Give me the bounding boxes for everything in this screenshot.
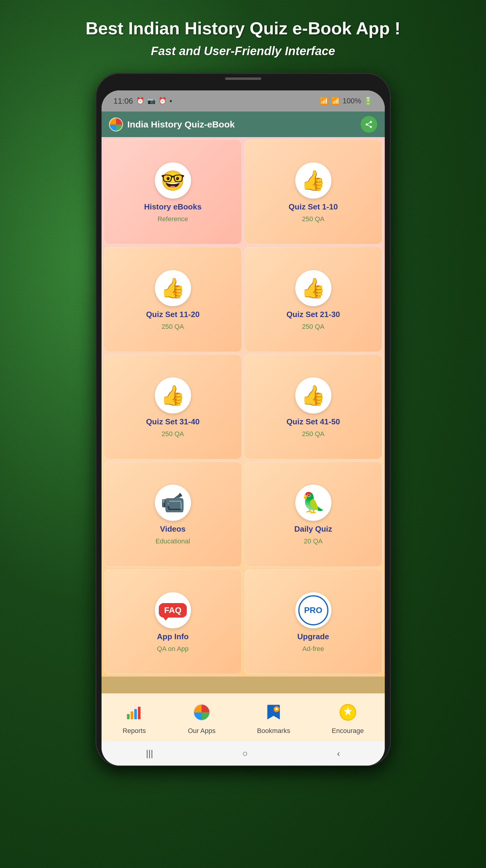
system-nav: ||| ○ ‹ xyxy=(101,741,385,766)
battery-icon: 🔋 xyxy=(364,97,373,105)
home-button[interactable]: ○ xyxy=(242,748,248,758)
quiz-31-40-title: Quiz Set 31-40 xyxy=(146,417,200,427)
quiz-21-30-icon: 👍 xyxy=(295,270,331,306)
nav-our-apps[interactable]: Our Apps xyxy=(188,701,216,735)
svg-rect-3 xyxy=(138,707,141,719)
upgrade-subtitle: Ad-free xyxy=(302,645,324,653)
quiz-41-50-title: Quiz Set 41-50 xyxy=(287,417,340,427)
signal-icon: 📶 xyxy=(331,97,340,105)
page-subtitle: Fast and User-Friendly Interface xyxy=(151,44,335,58)
videos-subtitle: Educational xyxy=(156,537,190,545)
nav-encourage[interactable]: Encourage xyxy=(332,701,364,735)
share-button[interactable] xyxy=(361,116,377,133)
bottom-nav: Reports Our Apps xyxy=(101,693,385,741)
time-display: 11:06 xyxy=(114,96,133,106)
bookmark-icon-svg xyxy=(266,704,281,721)
app-info-item[interactable]: FAQ App Info QA on App xyxy=(104,569,242,674)
quiz-set-31-40-item[interactable]: 👍 Quiz Set 31-40 250 QA xyxy=(104,354,242,459)
quiz-21-30-title: Quiz Set 21-30 xyxy=(287,310,340,319)
quiz-31-40-subtitle: 250 QA xyxy=(162,430,184,438)
status-icons: 📶 📶 100% 🔋 xyxy=(320,97,372,105)
history-ebooks-item[interactable]: 🤓 History eBooks Reference xyxy=(104,140,242,244)
pro-badge: PRO xyxy=(298,595,328,625)
status-bar: 11:06 ⏰ 📷 ⏰ • 📶 📶 100% 🔋 xyxy=(101,90,385,112)
quiz-31-40-icon: 👍 xyxy=(155,377,191,413)
quiz-1-10-title: Quiz Set 1-10 xyxy=(289,202,338,212)
app-logo xyxy=(109,118,123,131)
dot-indicator: • xyxy=(170,96,172,106)
daily-quiz-subtitle: 20 QA xyxy=(304,537,322,545)
encourage-icon xyxy=(336,701,360,724)
quiz-1-10-subtitle: 250 QA xyxy=(302,215,324,223)
app-info-title: App Info xyxy=(157,632,189,641)
svg-rect-2 xyxy=(134,709,137,719)
upgrade-title: Upgrade xyxy=(297,632,329,641)
daily-quiz-title: Daily Quiz xyxy=(294,524,332,534)
quiz-set-11-20-item[interactable]: 👍 Quiz Set 11-20 250 QA xyxy=(104,247,242,352)
svg-rect-1 xyxy=(130,711,133,719)
quiz-41-50-subtitle: 250 QA xyxy=(302,430,324,438)
daily-quiz-icon: 🦜 xyxy=(295,485,331,521)
quiz-11-20-title: Quiz Set 11-20 xyxy=(146,310,200,319)
reports-icon xyxy=(122,701,146,724)
book-emoji: 🤓 xyxy=(161,171,185,190)
reports-label: Reports xyxy=(123,727,146,735)
quiz-set-21-30-item[interactable]: 👍 Quiz Set 21-30 250 QA xyxy=(245,247,382,352)
battery-display: 100% xyxy=(343,97,361,105)
upgrade-item[interactable]: PRO Upgrade Ad-free xyxy=(245,569,382,674)
app-info-icon: FAQ xyxy=(155,592,191,628)
header-left: India History Quiz-eBook xyxy=(109,118,235,131)
upgrade-icon: PRO xyxy=(295,592,331,628)
reports-chart-icon xyxy=(126,704,142,721)
encourage-label: Encourage xyxy=(332,727,364,735)
videos-icon: 📹 xyxy=(155,485,191,521)
screenshot-icon: 📷 xyxy=(147,97,156,105)
alarm-icon: ⏰ xyxy=(136,97,144,105)
app-content: 🤓 History eBooks Reference 👍 Quiz Set 1-… xyxy=(101,137,385,741)
marquee-bar: in your hands for Indian History Exam pr… xyxy=(101,677,385,693)
wifi-icon: 📶 xyxy=(320,97,329,105)
our-apps-label: Our Apps xyxy=(188,727,216,735)
bookmarks-icon xyxy=(262,701,286,724)
quiz-11-20-subtitle: 250 QA xyxy=(162,323,184,331)
page-title: Best Indian History Quiz e-Book App ! xyxy=(86,18,400,38)
quiz-set-1-10-item[interactable]: 👍 Quiz Set 1-10 250 QA xyxy=(245,140,382,244)
app-header: India History Quiz-eBook xyxy=(101,112,385,137)
history-ebooks-title: History eBooks xyxy=(144,202,201,212)
share-icon xyxy=(364,120,373,129)
marquee-text: in your hands for Indian History Exam pr… xyxy=(101,681,385,689)
app-header-title: India History Quiz-eBook xyxy=(127,119,235,130)
faq-badge: FAQ xyxy=(159,603,187,618)
quiz-set-41-50-item[interactable]: 👍 Quiz Set 41-50 250 QA xyxy=(245,354,382,459)
quiz-41-50-icon: 👍 xyxy=(295,377,331,413)
back-stack-button[interactable]: ||| xyxy=(146,748,153,758)
history-ebooks-subtitle: Reference xyxy=(158,215,188,223)
quiz-1-10-icon: 👍 xyxy=(295,162,331,198)
quiz-21-30-subtitle: 250 QA xyxy=(302,323,324,331)
bookmarks-label: Bookmarks xyxy=(257,727,290,735)
status-time: 11:06 ⏰ 📷 ⏰ • xyxy=(114,96,172,106)
daily-quiz-item[interactable]: 🦜 Daily Quiz 20 QA xyxy=(245,462,382,567)
phone-screen: 11:06 ⏰ 📷 ⏰ • 📶 📶 100% 🔋 India History Q… xyxy=(101,90,385,766)
history-ebooks-icon: 🤓 xyxy=(155,162,191,198)
app-info-subtitle: QA on App xyxy=(157,645,189,653)
svg-rect-0 xyxy=(127,714,130,719)
star-circle-icon xyxy=(339,704,356,721)
nav-reports[interactable]: Reports xyxy=(122,701,146,735)
menu-grid: 🤓 History eBooks Reference 👍 Quiz Set 1-… xyxy=(101,137,385,677)
back-button[interactable]: ‹ xyxy=(337,748,340,758)
videos-item[interactable]: 📹 Videos Educational xyxy=(104,462,242,567)
nav-bookmarks[interactable]: Bookmarks xyxy=(257,701,290,735)
quiz-11-20-icon: 👍 xyxy=(155,270,191,306)
phone-frame: 11:06 ⏰ 📷 ⏰ • 📶 📶 100% 🔋 India History Q… xyxy=(96,73,391,766)
videos-title: Videos xyxy=(160,524,186,534)
our-apps-icon xyxy=(190,701,214,724)
clock-icon: ⏰ xyxy=(159,97,167,105)
google-maps-icon xyxy=(193,704,210,721)
speaker xyxy=(225,78,261,80)
